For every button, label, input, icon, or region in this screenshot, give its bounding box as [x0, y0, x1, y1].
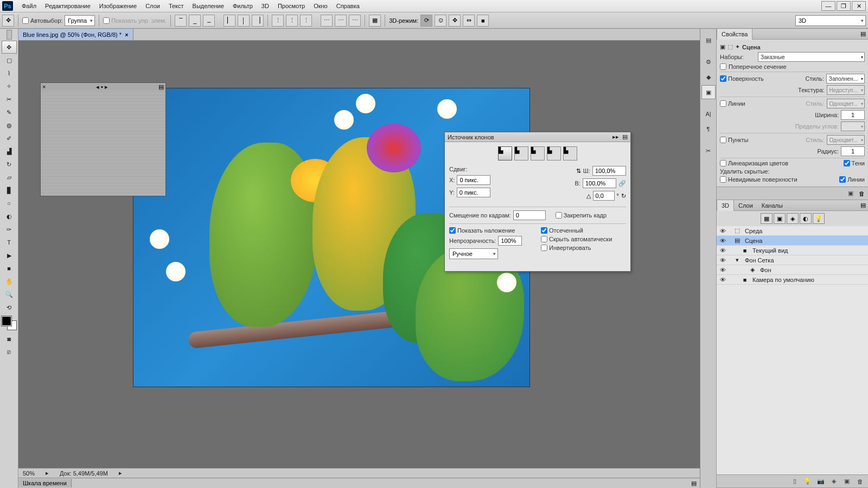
scene-mode-icon[interactable]: ▣ — [720, 43, 725, 50]
align-bottom-icon[interactable]: ⎽ — [203, 15, 215, 27]
marquee-tool[interactable]: ▢ — [2, 54, 17, 67]
clipped-checkbox[interactable]: Отсеченный — [541, 227, 626, 234]
align-left-icon[interactable]: ▏ — [224, 15, 235, 27]
menu-окно[interactable]: Окно — [309, 0, 332, 12]
invert-checkbox[interactable]: Инвертировать — [541, 245, 626, 251]
panel-tab-Слои[interactable]: Слои — [734, 200, 757, 211]
presets-dropdown[interactable]: Заказные — [758, 52, 865, 62]
overlay-mode-dropdown[interactable]: Ручное — [449, 248, 498, 259]
quickmask-tool[interactable]: ◙ — [2, 332, 17, 345]
frame-offset-input[interactable] — [513, 210, 546, 220]
clone-source-4[interactable]: ▙ — [547, 146, 561, 160]
pan-icon[interactable]: ✥ — [449, 15, 461, 27]
mesh-add-icon[interactable]: ◈ — [829, 477, 839, 486]
clone-source-3[interactable]: ▙ — [531, 146, 545, 160]
tool-presets-icon[interactable]: ✂ — [701, 144, 716, 158]
align-hcenter-icon[interactable]: │ — [238, 15, 250, 27]
align-right-icon[interactable]: ▕ — [252, 15, 264, 27]
scale-w-input[interactable] — [592, 166, 626, 176]
menu-слои[interactable]: Слои — [141, 0, 164, 12]
nav-menu-icon[interactable]: ▤ — [158, 84, 164, 91]
history-brush-tool[interactable]: ↻ — [2, 158, 17, 171]
lines-checkbox[interactable]: Линии — [720, 100, 745, 107]
healing-tool[interactable]: ◍ — [2, 119, 17, 132]
opacity-input[interactable] — [498, 236, 522, 246]
scale-h-input[interactable] — [583, 178, 616, 188]
light-mode-icon[interactable]: ✦ — [735, 43, 740, 50]
radius-input[interactable] — [841, 146, 865, 156]
distribute-bottom-icon[interactable]: ⋮ — [300, 15, 312, 27]
show-controls-checkbox[interactable]: Показать упр. элем. — [103, 17, 167, 24]
render-icon[interactable]: ▣ — [846, 189, 856, 198]
new-layer-icon[interactable]: ▯ — [790, 477, 800, 486]
linearize-checkbox[interactable]: Линеаризация цветов — [720, 160, 788, 166]
path-select-tool[interactable]: ▶ — [2, 249, 17, 262]
visibility-icon[interactable]: 👁 — [719, 228, 726, 234]
hidden-lines-checkbox[interactable]: Линии — [839, 176, 865, 183]
blur-tool[interactable]: ○ — [2, 197, 17, 210]
roll-icon[interactable]: ⊙ — [435, 15, 446, 27]
tab-close-icon[interactable]: × — [125, 31, 128, 38]
history-icon[interactable]: ▤ — [701, 33, 716, 47]
scene-item[interactable]: 👁▤Сцена — [717, 236, 868, 246]
menu-выделение[interactable]: Выделение — [188, 0, 228, 12]
distribute-hcenter-icon[interactable]: ⋯ — [335, 15, 347, 27]
minimize-button[interactable]: — — [821, 1, 835, 11]
filter-material-icon[interactable]: ◈ — [787, 213, 799, 224]
foreground-color[interactable] — [2, 316, 11, 326]
trash-icon[interactable]: 🗑 — [859, 190, 865, 197]
navigator-panel[interactable]: × ◂ ▪ ▸ ▤ — [40, 82, 166, 196]
distribute-top-icon[interactable]: ⋮ — [272, 15, 284, 27]
scene-item[interactable]: 👁■Текущий вид — [717, 246, 868, 255]
nav-close-icon[interactable]: × — [42, 84, 46, 90]
visibility-icon[interactable]: 👁 — [719, 237, 726, 244]
light-add-icon[interactable]: 💡 — [803, 477, 813, 486]
menu-текст[interactable]: Текст — [164, 0, 188, 12]
distribute-right-icon[interactable]: ⋯ — [349, 15, 361, 27]
line-width-input[interactable] — [841, 110, 865, 120]
paragraph-icon[interactable]: ¶ — [701, 122, 716, 136]
panel-tab-3D[interactable]: 3D — [717, 200, 734, 211]
scene-item[interactable]: 👁■Камера по умолчанию — [717, 275, 868, 285]
scene-item[interactable]: 👁⬚Среда — [717, 226, 868, 236]
visibility-icon[interactable]: 👁 — [719, 277, 726, 283]
zoom-tool[interactable]: 🔍 — [2, 288, 17, 301]
link-wh-icon[interactable]: 🔗 — [618, 180, 626, 187]
clone-source-5[interactable]: ▙ — [563, 146, 577, 160]
auto-select-dropdown[interactable]: Группа — [65, 15, 95, 26]
default-colors-icon[interactable]: ⟲ — [2, 301, 17, 314]
maximize-button[interactable]: ❐ — [837, 1, 851, 11]
align-vcenter-icon[interactable]: ⎯ — [189, 15, 201, 27]
link-icon[interactable]: ⇅ — [576, 168, 581, 175]
auto-hide-checkbox[interactable]: Скрыть автоматически — [541, 236, 626, 242]
clone-collapse-icon[interactable]: ▸▸ — [612, 133, 619, 140]
gradient-tool[interactable]: ▊ — [2, 184, 17, 197]
angle-input[interactable] — [593, 191, 615, 201]
close-button[interactable]: ✕ — [852, 1, 866, 11]
document-tab[interactable]: Blue lines.jpg @ 50% (Фон, RGB/8) * × — [18, 29, 133, 40]
menu-изображение[interactable]: Изображение — [95, 0, 141, 12]
move-tool[interactable]: ✥ — [2, 41, 17, 54]
cross-section-checkbox[interactable]: Поперечное сечение — [720, 63, 865, 70]
menu-просмотр[interactable]: Просмотр — [273, 0, 309, 12]
show-overlay-checkbox[interactable]: Показать наложение — [449, 227, 534, 234]
menu-файл[interactable]: Файл — [17, 0, 41, 12]
crop-tool[interactable]: ✂ — [2, 93, 17, 106]
magic-wand-tool[interactable]: ✧ — [2, 80, 17, 93]
adjustments-icon[interactable]: ⚙ — [701, 55, 716, 69]
eraser-tool[interactable]: ▱ — [2, 171, 17, 184]
lock-frame-checkbox[interactable]: Закрепить кадр — [556, 212, 607, 219]
canvas[interactable]: × ◂ ▪ ▸ ▤ Источник клонов ▸▸ ▤ ▙ — [18, 41, 700, 468]
type-tool[interactable]: T — [2, 236, 17, 249]
timeline-tab-label[interactable]: Шкала времени — [18, 479, 72, 487]
slide-icon[interactable]: ⇔ — [463, 15, 475, 27]
distribute-left-icon[interactable]: ⋯ — [321, 15, 333, 27]
shape-tool[interactable]: ■ — [2, 262, 17, 275]
auto-select-checkbox[interactable]: Автовыбор: — [22, 17, 62, 24]
menu-справка[interactable]: Справка — [332, 0, 364, 12]
stamp-tool[interactable]: ▟ — [2, 145, 17, 158]
auto-align-icon[interactable]: ▦ — [369, 15, 381, 27]
brush-tool[interactable]: ✐ — [2, 132, 17, 145]
render-btn-icon[interactable]: ▣ — [842, 477, 852, 486]
screenmode-tool[interactable]: ⎚ — [2, 345, 17, 358]
